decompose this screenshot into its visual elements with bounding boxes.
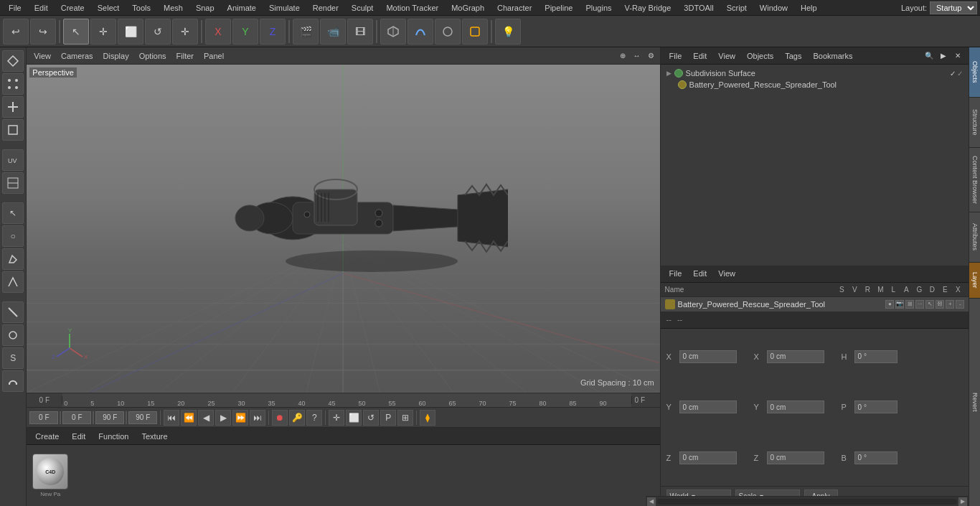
- obj-menu-tags[interactable]: Tags: [781, 50, 806, 62]
- attr-menu-view[interactable]: View: [714, 268, 740, 279]
- menu-tools[interactable]: Tools: [126, 2, 156, 14]
- tree-item-mesh[interactable]: Battery_Powered_Rescue_Spreader_Tool: [675, 79, 966, 90]
- sidebar-uv-button[interactable]: UV: [2, 149, 24, 171]
- viewport-expand-icon[interactable]: ⊕: [617, 50, 628, 62]
- z-axis-button[interactable]: Z: [260, 19, 286, 44]
- nurbs-button[interactable]: [435, 19, 461, 44]
- sidebar-model-button[interactable]: [2, 50, 24, 72]
- sidebar-edges-button[interactable]: [2, 96, 24, 118]
- menu-create[interactable]: Create: [55, 2, 90, 14]
- layout-select[interactable]: Startup: [930, 1, 977, 14]
- keyframe-selection-button[interactable]: ?: [306, 410, 322, 426]
- obj-menu-edit[interactable]: Edit: [689, 50, 711, 62]
- expand-icon[interactable]: ▶: [937, 50, 950, 62]
- attr-menu-edit[interactable]: Edit: [689, 268, 711, 279]
- sidebar-select-rect-button[interactable]: ↖: [2, 202, 24, 224]
- deformer-button[interactable]: [462, 19, 488, 44]
- menu-vray[interactable]: V-Ray Bridge: [619, 2, 677, 14]
- cube-button[interactable]: [380, 19, 406, 44]
- viewport-menu-display[interactable]: Display: [99, 50, 133, 62]
- mat-menu-texture[interactable]: Texture: [138, 431, 172, 442]
- menu-mesh[interactable]: Mesh: [158, 2, 189, 14]
- tab-objects[interactable]: Objects: [969, 47, 980, 98]
- menu-motion-tracker[interactable]: Motion Tracker: [380, 2, 444, 14]
- menu-pipeline[interactable]: Pipeline: [539, 2, 578, 14]
- sidebar-texture-button[interactable]: [2, 172, 24, 194]
- obj-menu-view[interactable]: View: [714, 50, 740, 62]
- search-icon[interactable]: 🔍: [923, 50, 936, 62]
- frame-current-input[interactable]: [62, 411, 91, 424]
- menu-file[interactable]: File: [3, 2, 27, 14]
- coord-x-pos-input[interactable]: [679, 350, 737, 363]
- rotate-tool-button[interactable]: ↺: [145, 19, 171, 44]
- sidebar-select-circle-button[interactable]: ○: [2, 225, 24, 247]
- render-region-button[interactable]: 📹: [320, 19, 346, 44]
- sidebar-select-path-button[interactable]: [2, 271, 24, 293]
- menu-plugins[interactable]: Plugins: [580, 2, 617, 14]
- play-button[interactable]: ▶: [215, 410, 231, 426]
- anim-grid-button[interactable]: ⊞: [397, 410, 413, 426]
- coord-p-input[interactable]: [854, 400, 897, 413]
- menu-sculpt[interactable]: Sculpt: [346, 2, 380, 14]
- go-to-end-button[interactable]: ⏭: [250, 410, 265, 426]
- menu-select[interactable]: Select: [92, 2, 126, 14]
- viewport-settings-icon[interactable]: ⚙: [646, 50, 657, 62]
- viewport-menu-panel[interactable]: Panel: [199, 50, 228, 62]
- mat-menu-create[interactable]: Create: [31, 431, 63, 442]
- auto-key-button[interactable]: 🔑: [289, 410, 305, 426]
- anim-rotate-button[interactable]: ↺: [363, 410, 379, 426]
- mat-menu-edit[interactable]: Edit: [67, 431, 90, 442]
- obj-menu-file[interactable]: File: [665, 50, 687, 62]
- menu-3dtoall[interactable]: 3DTOAll: [678, 2, 719, 14]
- close-icon[interactable]: ✕: [951, 50, 964, 62]
- attr-menu-file[interactable]: File: [665, 268, 687, 279]
- sidebar-select-freeform-button[interactable]: [2, 248, 24, 270]
- scroll-right-button[interactable]: ▶: [958, 497, 967, 506]
- menu-mograph[interactable]: MoGraph: [446, 2, 490, 14]
- anim-scale-button[interactable]: ⬜: [346, 410, 362, 426]
- play-reverse-button[interactable]: ◀: [198, 410, 214, 426]
- menu-snap[interactable]: Snap: [190, 2, 220, 14]
- scroll-track[interactable]: [657, 499, 957, 505]
- viewport-menu-view[interactable]: View: [29, 50, 55, 62]
- redo-button[interactable]: ↪: [30, 19, 56, 44]
- obj-menu-objects[interactable]: Objects: [743, 50, 778, 62]
- light-button[interactable]: 💡: [495, 19, 521, 44]
- coord-z-size-input[interactable]: [767, 451, 824, 464]
- obj-menu-bookmarks[interactable]: Bookmarks: [809, 50, 857, 62]
- step-back-button[interactable]: ⏪: [181, 410, 197, 426]
- menu-animate[interactable]: Animate: [222, 2, 262, 14]
- menu-character[interactable]: Character: [491, 2, 537, 14]
- coord-z-pos-input[interactable]: [679, 451, 737, 464]
- mat-menu-function[interactable]: Function: [94, 431, 133, 442]
- x-axis-button[interactable]: X: [205, 19, 231, 44]
- move-tool-button[interactable]: ✛: [90, 19, 116, 44]
- transform-tool-button[interactable]: ✛: [172, 19, 198, 44]
- bottom-scrollbar[interactable]: ◀ ▶: [646, 496, 969, 506]
- frame-end-input[interactable]: [95, 411, 124, 424]
- coord-x-size-input[interactable]: [767, 350, 824, 363]
- render-button[interactable]: 🎬: [293, 19, 319, 44]
- coord-h-input[interactable]: [854, 350, 897, 363]
- anim-param-button[interactable]: P: [380, 410, 396, 426]
- sidebar-points-button[interactable]: [2, 73, 24, 95]
- sidebar-knife-button[interactable]: [2, 301, 24, 323]
- menu-script[interactable]: Script: [721, 2, 753, 14]
- frame-start-input[interactable]: [29, 411, 58, 424]
- coord-y-pos-input[interactable]: [679, 400, 737, 413]
- sidebar-bridge-button[interactable]: [2, 324, 24, 346]
- menu-window[interactable]: Window: [754, 2, 793, 14]
- scroll-left-button[interactable]: ◀: [647, 497, 656, 506]
- menu-help[interactable]: Help: [795, 2, 823, 14]
- step-forward-button[interactable]: ⏩: [232, 410, 248, 426]
- frame-step-input[interactable]: [128, 411, 157, 424]
- undo-button[interactable]: ↩: [3, 19, 29, 44]
- menu-render[interactable]: Render: [307, 2, 344, 14]
- viewport-menu-filter[interactable]: Filter: [172, 50, 198, 62]
- tab-layer[interactable]: Layer: [969, 263, 980, 299]
- anim-move-button[interactable]: ✛: [329, 410, 344, 426]
- sidebar-weld-button[interactable]: S: [2, 347, 24, 369]
- record-button[interactable]: ⏺: [272, 410, 288, 426]
- spline-button[interactable]: [407, 19, 433, 44]
- sidebar-magnet-button[interactable]: [2, 370, 24, 392]
